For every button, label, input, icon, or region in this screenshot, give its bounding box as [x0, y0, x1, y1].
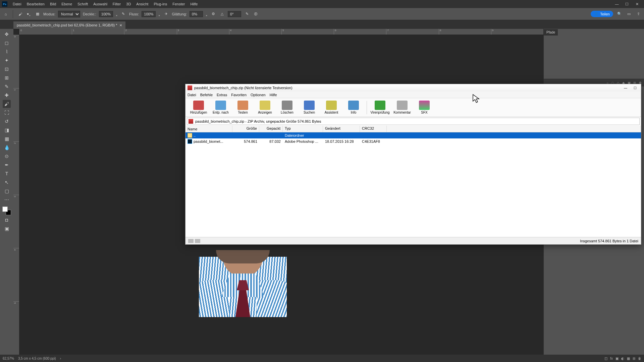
winrar-menu-extras[interactable]: Extras — [217, 93, 227, 97]
brush-preset-icon[interactable]: ●ˬ — [26, 11, 32, 17]
share-button[interactable]: 👤Teilen — [591, 11, 613, 17]
gradient-tool[interactable]: ▦ — [3, 135, 11, 143]
status-icon[interactable]: ◐ — [621, 357, 624, 360]
winrar-btn-loeschen[interactable]: Löschen — [277, 101, 298, 114]
home-icon[interactable]: ⌂ — [3, 11, 9, 17]
modus-select[interactable]: Normal — [58, 11, 80, 17]
smoothing-options-icon[interactable]: ⚙ — [210, 11, 216, 17]
panel-body[interactable] — [544, 36, 644, 79]
menu-3d[interactable]: 3D — [123, 2, 133, 6]
move-tool[interactable]: ✥ — [3, 30, 11, 38]
heal-tool[interactable]: ✚ — [3, 91, 11, 99]
menu-bearbeiten[interactable]: Bearbeiten — [24, 2, 47, 6]
airbrush-icon[interactable]: ✈ — [163, 11, 169, 17]
symmetry-icon[interactable]: ⦿ — [253, 11, 259, 17]
menu-schrift[interactable]: Schrift — [75, 2, 91, 6]
col-header-gepackt[interactable]: Gepackt — [259, 126, 283, 132]
lasso-tool[interactable]: ⌇ — [3, 48, 11, 56]
pen-tool[interactable]: ✒ — [3, 161, 11, 169]
winrar-btn-testen[interactable]: Testen — [232, 101, 253, 114]
path-select-tool[interactable]: ↖ — [3, 178, 11, 186]
status-icon — [188, 239, 194, 243]
deckkr-value[interactable]: 100% — [99, 11, 113, 17]
winrar-menu-befehle[interactable]: Befehle — [200, 93, 213, 97]
angle-value[interactable]: 0° — [228, 11, 241, 17]
col-header-groesse[interactable]: Größe — [232, 126, 259, 132]
winrar-menu-datei[interactable]: Datei — [187, 93, 196, 97]
col-header-geaendert[interactable]: Geändert — [323, 126, 360, 132]
winrar-btn-sfx[interactable]: SFX — [414, 101, 435, 114]
wand-tool[interactable]: ✦ — [3, 56, 11, 64]
brush-panel-icon[interactable]: ▩ — [35, 11, 41, 17]
winrar-maximize-button[interactable]: ☐ — [631, 85, 639, 90]
status-icon[interactable]: ⊞ — [633, 357, 635, 360]
workspace-icon[interactable]: ▭ — [626, 11, 632, 17]
menu-bild[interactable]: Bild — [47, 2, 59, 6]
pressure-size-icon[interactable]: ✎ — [244, 11, 250, 17]
glaettung-value[interactable]: 0% — [190, 11, 203, 17]
color-swatch[interactable] — [2, 206, 11, 215]
winrar-file-row[interactable]: passbild_biomet... 574.861 87.032 Adobe … — [185, 138, 641, 144]
marquee-tool[interactable]: ◻ — [3, 39, 11, 47]
menu-hilfe[interactable]: Hilfe — [187, 2, 200, 6]
eraser-tool[interactable]: ◨ — [3, 126, 11, 134]
blur-tool[interactable]: 💧 — [3, 143, 11, 152]
brush-tool-icon[interactable]: 🖌 — [17, 11, 23, 17]
status-icon[interactable]: fx — [610, 357, 613, 360]
col-header-name[interactable]: Name — [185, 126, 232, 132]
window-close-button[interactable]: ✕ — [632, 1, 642, 7]
winrar-btn-info[interactable]: Info — [343, 101, 364, 114]
window-minimize-button[interactable]: — — [612, 1, 622, 7]
brush-tool[interactable]: 🖌 — [3, 100, 11, 108]
share-export-icon[interactable]: ⇪ — [635, 11, 641, 17]
winrar-btn-suchen[interactable]: Suchen — [299, 101, 320, 114]
menu-ansicht[interactable]: Ansicht — [133, 2, 151, 6]
winrar-btn-entpacken[interactable]: Entp. nach — [210, 101, 231, 114]
frame-tool[interactable]: ⊞ — [3, 74, 11, 82]
menu-datei[interactable]: Datei — [10, 2, 24, 6]
pressure-opacity-icon[interactable]: ✎ — [120, 11, 126, 17]
winrar-btn-anzeigen[interactable]: Anzeigen — [255, 101, 275, 114]
dodge-tool[interactable]: ⊙ — [3, 152, 11, 160]
eyedropper-tool[interactable]: ✎ — [3, 82, 11, 90]
menu-plugins[interactable]: Plug-ins — [151, 2, 170, 6]
document-info[interactable]: 3,5 cm x 4,5 cm (600 ppi) — [18, 357, 56, 360]
winrar-btn-hinzufuegen[interactable]: Hinzufügen — [188, 101, 209, 114]
panel-tab-pfade[interactable]: Pfade — [544, 29, 558, 36]
winrar-parent-row[interactable]: .. Dateiordner — [185, 132, 641, 138]
window-maximize-button[interactable]: ☐ — [622, 1, 632, 7]
winrar-menu-hilfe[interactable]: Hilfe — [270, 93, 277, 97]
menu-ebene[interactable]: Ebene — [59, 2, 75, 6]
winrar-btn-kommentar[interactable]: Kommentar — [392, 101, 413, 114]
search-icon[interactable]: 🔍 — [616, 11, 623, 17]
col-header-typ[interactable]: Typ — [283, 126, 323, 132]
crop-tool[interactable]: ⊡ — [3, 65, 11, 73]
screenmode-tool[interactable]: ▣ — [3, 225, 11, 233]
history-brush-tool[interactable]: ↺ — [3, 117, 11, 125]
zoom-level[interactable]: 62,57% — [3, 357, 14, 360]
menu-auswahl[interactable]: Auswahl — [91, 2, 110, 6]
fluss-value[interactable]: 100% — [142, 11, 156, 17]
status-icon[interactable]: ▣ — [615, 357, 619, 360]
col-header-crc[interactable]: CRC32 — [360, 126, 387, 132]
winrar-minimize-button[interactable]: — — [622, 85, 630, 90]
winrar-menu-optionen[interactable]: Optionen — [251, 93, 266, 97]
type-tool[interactable]: T — [3, 170, 11, 178]
winrar-btn-virenpruefung[interactable]: Virenprüfung — [370, 101, 390, 114]
winrar-titlebar[interactable]: passbild_biometrisch_chip.zip (Nicht liz… — [185, 84, 641, 92]
status-icon[interactable]: ◫ — [604, 357, 607, 360]
more-tools[interactable]: ⋯ — [3, 196, 11, 204]
document-tab[interactable]: passbild_biometrisch_chip.psd bei 62,6% … — [13, 21, 125, 29]
trash-icon[interactable]: 🗑 — [638, 357, 641, 360]
tab-close-icon[interactable]: ✕ — [119, 23, 122, 27]
stamp-tool[interactable]: ⛶ — [3, 109, 11, 117]
status-icon[interactable]: ▦ — [627, 357, 630, 360]
angle-icon[interactable]: △ — [219, 11, 225, 17]
shape-tool[interactable]: ▢ — [3, 187, 11, 195]
quickmask-tool[interactable]: ◘ — [3, 216, 11, 224]
menu-fenster[interactable]: Fenster — [170, 2, 187, 6]
winrar-menu-favoriten[interactable]: Favoriten — [231, 93, 247, 97]
winrar-path-bar[interactable]: passbild_biometrisch_chip.zip - ZIP Arch… — [187, 118, 640, 125]
menu-filter[interactable]: Filter — [110, 2, 123, 6]
winrar-btn-assistent[interactable]: Assistent — [321, 101, 342, 114]
